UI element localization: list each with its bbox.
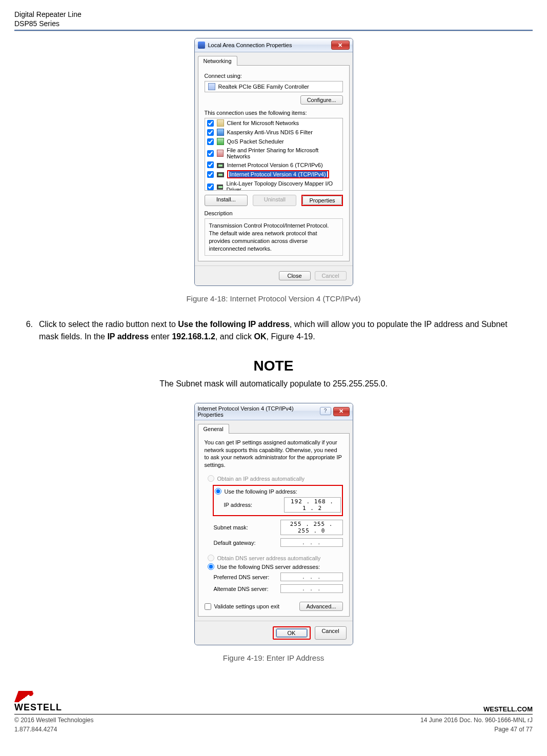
page-footer: WESTELL WESTELL.COM © 2016 Westell Techn… [0, 683, 547, 740]
item-checkbox[interactable] [207, 171, 214, 178]
cancel-button[interactable]: Cancel [315, 626, 347, 640]
step-bold: OK [254, 332, 267, 341]
footer-phone: 1.877.844.4274 [14, 726, 57, 733]
close-dialog-button[interactable]: Close [279, 271, 311, 280]
cancel-button: Cancel [315, 271, 347, 280]
preferred-dns-label: Preferred DNS server: [214, 574, 280, 580]
validate-settings-checkbox[interactable]: Validate settings upon exit [205, 602, 280, 611]
step-bold: IP address [107, 332, 149, 341]
footer-page: Page 47 of 77 [494, 726, 533, 733]
footer-copyright: © 2016 Westell Technologies [14, 717, 94, 724]
step-text: , and click [215, 332, 254, 341]
radio-label: Use the following IP address: [225, 488, 297, 495]
help-button[interactable]: ? [320, 407, 331, 415]
annotation-red-box: Use the following IP address: IP address… [213, 485, 343, 516]
item-checkbox[interactable] [207, 120, 214, 127]
service-icon [217, 150, 224, 157]
checkbox-label: Validate settings upon exit [214, 603, 280, 609]
item-checkbox[interactable] [207, 150, 214, 157]
radio-input [208, 555, 214, 561]
ok-button[interactable]: OK [276, 628, 308, 638]
alternate-dns-label: Alternate DNS server: [214, 586, 280, 592]
figure-caption-1: Figure 4-18: Internet Protocol Version 4… [14, 294, 533, 303]
radio-label: Obtain an IP address automatically [217, 476, 305, 482]
step-bold: Use the following IP address [178, 320, 290, 329]
list-item-label: Client for Microsoft Networks [227, 120, 299, 126]
checkbox-input[interactable] [205, 603, 211, 610]
alternate-dns-field[interactable]: . . . [280, 584, 343, 593]
service-icon [217, 138, 224, 145]
close-button[interactable]: ✕ [333, 407, 350, 416]
radio-obtain-dns-auto: Obtain DNS server address automatically [205, 554, 343, 562]
annotation-red-box: Properties [301, 195, 342, 206]
list-item-selected[interactable]: Internet Protocol Version 4 (TCP/IPv4) [205, 169, 342, 179]
annotation-red-box: Internet Protocol Version 4 (TCP/IPv4) [227, 170, 329, 178]
tab-general[interactable]: General [198, 424, 229, 434]
uninstall-button: Uninstall [253, 195, 296, 206]
radio-obtain-ip-auto[interactable]: Obtain an IP address automatically [205, 474, 343, 483]
note-heading: NOTE [14, 358, 533, 374]
nic-name: Realtek PCIe GBE Family Controller [218, 84, 309, 90]
figure-caption-2: Figure 4-19: Enter IP Address [14, 653, 533, 662]
radio-input[interactable] [208, 563, 214, 570]
list-item-label: Link-Layer Topology Discovery Mapper I/O… [226, 180, 340, 191]
close-button[interactable]: ✕ [331, 40, 350, 50]
list-item[interactable]: Link-Layer Topology Discovery Mapper I/O… [205, 179, 342, 191]
radio-input[interactable] [208, 475, 214, 482]
step-text: enter [149, 332, 172, 341]
network-items-listbox[interactable]: Client for Microsoft Networks Kaspersky … [205, 118, 343, 191]
list-item-label: Internet Protocol Version 6 (TCP/IPv6) [227, 162, 323, 168]
list-item[interactable]: QoS Packet Scheduler [205, 137, 342, 146]
dialog2-titlebar[interactable]: Internet Protocol Version 4 (TCP/IPv4) P… [195, 403, 353, 420]
tab-networking[interactable]: Networking [198, 56, 237, 66]
client-icon [217, 119, 224, 127]
item-checkbox[interactable] [207, 161, 214, 168]
item-checkbox[interactable] [207, 129, 214, 136]
dialog1-titlebar[interactable]: Local Area Connection Properties ✕ [195, 38, 353, 52]
protocol-icon [217, 163, 224, 168]
list-item-label: Kaspersky Anti-Virus NDIS 6 Filter [227, 129, 313, 135]
close-icon: ✕ [338, 42, 342, 49]
subnet-mask-field[interactable]: 255 . 255 . 255 . 0 [280, 520, 343, 535]
header-rule [14, 30, 533, 31]
list-item-label: File and Printer Sharing for Microsoft N… [227, 147, 340, 159]
protocol-icon [217, 185, 224, 190]
item-checkbox[interactable] [207, 138, 214, 145]
connect-using-label: Connect using: [205, 73, 343, 79]
subnet-mask-label: Subnet mask: [214, 524, 280, 530]
list-item[interactable]: Internet Protocol Version 6 (TCP/IPv6) [205, 160, 342, 169]
install-button[interactable]: Install... [205, 195, 248, 206]
default-gateway-label: Default gateway: [214, 540, 280, 546]
footer-docinfo: 14 June 2016 Doc. No. 960-1666-MNL rJ [420, 717, 533, 724]
step-text: Click to select the radio button next to [39, 320, 178, 329]
advanced-button[interactable]: Advanced... [299, 602, 342, 611]
brand-name: WESTELL [14, 702, 62, 713]
close-icon: ✕ [339, 408, 343, 415]
list-item-label: QoS Packet Scheduler [227, 138, 284, 145]
radio-label: Use the following DNS server addresses: [217, 564, 320, 570]
doc-header-line2: DSP85 Series [14, 19, 533, 28]
nic-field[interactable]: Realtek PCIe GBE Family Controller [205, 81, 343, 92]
properties-button[interactable]: Properties [302, 196, 341, 205]
radio-use-following-dns[interactable]: Use the following DNS server addresses: [205, 562, 343, 571]
service-icon [217, 129, 224, 136]
footer-rule [14, 714, 533, 714]
list-item[interactable]: Client for Microsoft Networks [205, 118, 342, 128]
protocol-icon [217, 172, 224, 177]
connection-properties-dialog: Local Area Connection Properties ✕ Netwo… [194, 38, 353, 286]
brand-logo: WESTELL [14, 691, 62, 713]
item-checkbox[interactable] [207, 183, 214, 190]
list-item[interactable]: Kaspersky Anti-Virus NDIS 6 Filter [205, 128, 342, 137]
radio-input[interactable] [215, 488, 221, 495]
preferred-dns-field[interactable]: . . . [280, 573, 343, 581]
radio-use-following-ip[interactable]: Use the following IP address: [215, 487, 341, 496]
dialog2-title: Internet Protocol Version 4 (TCP/IPv4) P… [198, 405, 320, 418]
default-gateway-field[interactable]: . . . [280, 538, 343, 547]
ipv4-properties-dialog: Internet Protocol Version 4 (TCP/IPv4) P… [194, 403, 353, 645]
ip-address-field[interactable]: 192 . 168 . 1 . 2 [284, 497, 341, 513]
configure-button[interactable]: Configure... [300, 95, 343, 105]
note-text: The Subnet mask will automatically popul… [14, 379, 533, 389]
list-item[interactable]: File and Printer Sharing for Microsoft N… [205, 146, 342, 160]
list-item-label: Internet Protocol Version 4 (TCP/IPv4) [229, 171, 327, 177]
step-text: , Figure 4-19. [267, 332, 315, 341]
